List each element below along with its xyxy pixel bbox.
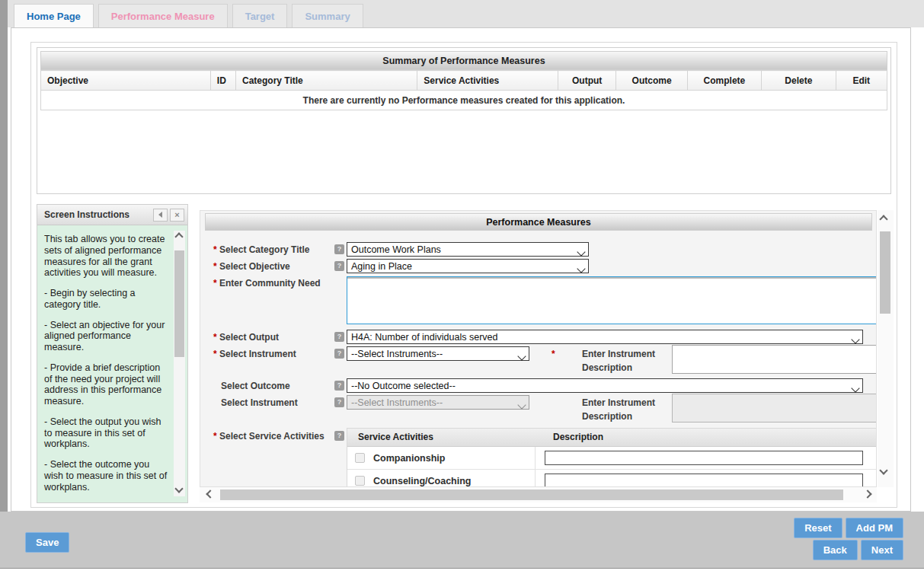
output-instrument-label-text: Select Instrument <box>219 349 296 359</box>
output-label-text: Select Output <box>219 332 279 343</box>
output-instrument-help-icon[interactable]: ? <box>334 349 344 359</box>
desc-label-line2: Description <box>582 362 655 373</box>
instruction-paragraph: This tab allows you to create sets of al… <box>44 234 168 279</box>
instructions-scrollbar-thumb[interactable] <box>174 250 184 357</box>
empty-state-message: There are currently no Performance measu… <box>41 91 887 110</box>
scroll-right-icon[interactable] <box>863 489 871 498</box>
output-select[interactable]: H4A: Number of individuals served <box>347 330 863 344</box>
outcome-instrument-desc-label: Enter Instrument Description <box>582 397 655 422</box>
outcome-label-text: Select Outcome <box>221 381 290 391</box>
outcome-instrument-label: Select Instrument <box>221 397 298 408</box>
output-instrument-select[interactable]: --Select Instruments-- <box>347 346 529 361</box>
companionship-checkbox[interactable] <box>355 453 365 463</box>
tab-home-page-label: Home Page <box>27 11 81 22</box>
scroll-down-icon[interactable] <box>174 484 183 493</box>
chevron-down-icon <box>852 383 858 394</box>
output-help-icon[interactable]: ? <box>334 332 344 342</box>
col-category-title: Category Title <box>235 71 417 91</box>
summary-table-title: Summary of Performance Measures <box>40 51 887 70</box>
outcome-label: Select Outcome <box>221 381 290 391</box>
scroll-up-icon[interactable] <box>174 232 183 241</box>
footer-button-row-bottom: Back Next <box>813 540 903 560</box>
objective-label-text: Select Objective <box>219 261 290 272</box>
tab-target[interactable]: Target <box>232 4 288 27</box>
community-need-label: * Enter Community Need <box>213 278 321 289</box>
screen-instructions-panel: Screen Instructions × This tab allows yo… <box>37 204 188 503</box>
summary-empty-row: There are currently no Performance measu… <box>41 91 887 110</box>
col-objective: Objective <box>41 71 211 91</box>
desc-label-line2: Description <box>582 411 655 422</box>
reset-button[interactable]: Reset <box>794 518 842 538</box>
footer-button-row-top: Reset Add PM <box>794 518 903 538</box>
back-button[interactable]: Back <box>813 540 858 560</box>
output-instrument-label: * Select Instrument <box>213 349 296 359</box>
tab-performance-measure-label: Performance Measure <box>111 11 215 22</box>
service-activities-help-icon[interactable]: ? <box>334 431 344 441</box>
objective-select[interactable]: Aging in Place <box>347 259 589 273</box>
col-outcome: Outcome <box>616 71 687 91</box>
save-button[interactable]: Save <box>25 532 69 553</box>
required-marker: * <box>213 278 217 289</box>
form-horizontal-scrollbar[interactable] <box>200 487 877 502</box>
scroll-down-icon[interactable] <box>879 466 887 474</box>
outcome-select[interactable]: --No Outcome selected-- <box>347 378 863 393</box>
col-complete: Complete <box>687 71 761 91</box>
service-activities-table: Service Activities Description Companion… <box>347 428 877 487</box>
scroll-left-icon[interactable] <box>206 489 214 498</box>
col-edit: Edit <box>836 71 887 91</box>
col-id: ID <box>210 71 235 91</box>
output-instrument-desc-textarea[interactable] <box>672 345 877 374</box>
col-output: Output <box>558 71 616 91</box>
screen-instructions-body: This tab allows you to create sets of al… <box>37 226 187 502</box>
outcome-help-icon[interactable]: ? <box>334 381 344 391</box>
next-button[interactable]: Next <box>861 540 903 560</box>
output-instrument-desc-label: Enter Instrument Description <box>582 349 655 373</box>
objective-help-icon[interactable]: ? <box>334 261 344 271</box>
counseling-coaching-description-input[interactable] <box>545 474 863 487</box>
service-activities-label-text: Select Service Activities <box>219 431 325 442</box>
required-marker: * <box>213 349 217 359</box>
instructions-scrollbar[interactable] <box>174 231 185 496</box>
outcome-instrument-desc-textarea <box>672 394 877 423</box>
service-activities-label: * Select Service Activities <box>213 431 325 442</box>
tab-bar: Home Page Performance Measure Target Sum… <box>8 0 924 27</box>
footer-bar: Save Reset Add PM Back Next <box>0 512 924 568</box>
col-service-activities: Service Activities <box>417 71 558 91</box>
instruction-paragraph: - Select the output you wish to measure … <box>44 416 168 450</box>
category-title-select[interactable]: Outcome Work Plans <box>347 242 589 257</box>
form-vertical-scrollbar[interactable] <box>878 210 894 487</box>
form-vertical-scrollbar-thumb[interactable] <box>880 231 890 314</box>
counseling-coaching-checkbox[interactable] <box>355 476 365 486</box>
screen-instructions-title: Screen Instructions <box>44 209 151 220</box>
column-divider <box>535 470 536 487</box>
required-marker: * <box>552 349 555 359</box>
tab-performance-measure[interactable]: Performance Measure <box>98 4 228 27</box>
companionship-description-input[interactable] <box>545 451 863 465</box>
chevron-down-icon <box>519 400 525 410</box>
community-need-textarea[interactable] <box>347 276 877 324</box>
summary-table: Objective ID Category Title Service Acti… <box>40 70 887 110</box>
tab-home-page[interactable]: Home Page <box>14 4 94 27</box>
outcome-value: --No Outcome selected-- <box>351 381 456 391</box>
required-marker: * <box>213 332 217 343</box>
desc-label-line1: Enter Instrument <box>582 397 655 408</box>
objective-value: Aging in Place <box>351 261 412 272</box>
form-horizontal-scrollbar-thumb[interactable] <box>220 489 843 500</box>
required-marker: * <box>213 431 217 442</box>
summary-header-row: Objective ID Category Title Service Acti… <box>41 71 887 91</box>
outcome-instrument-label-text: Select Instrument <box>221 397 298 408</box>
sa-col-service-activities: Service Activities <box>358 432 433 442</box>
close-panel-button[interactable]: × <box>170 209 184 222</box>
summary-panel: Summary of Performance Measures Objectiv… <box>37 47 891 194</box>
category-title-help-icon[interactable]: ? <box>334 244 344 254</box>
instruction-paragraph: - Select an objective for your aligned p… <box>44 320 168 353</box>
outcome-instrument-select: --Select Instruments-- <box>347 395 529 410</box>
service-activity-row: Companionship <box>347 447 877 470</box>
outcome-instrument-help-icon[interactable]: ? <box>334 397 344 407</box>
scroll-up-icon[interactable] <box>879 215 887 223</box>
collapse-panel-button[interactable] <box>153 209 168 222</box>
add-pm-button[interactable]: Add PM <box>846 518 903 538</box>
inner-content-panel: Summary of Performance Measures Objectiv… <box>30 42 897 508</box>
tab-summary[interactable]: Summary <box>292 4 363 27</box>
category-title-label-text: Select Category Title <box>219 244 310 255</box>
